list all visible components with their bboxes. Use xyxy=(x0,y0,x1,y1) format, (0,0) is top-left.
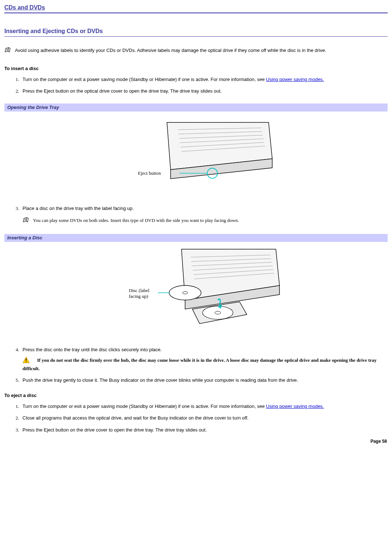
step-text: Press the disc onto the tray until the d… xyxy=(23,347,162,352)
step-text: Turn on the computer or exit a power sav… xyxy=(23,77,266,82)
chapter-title: CDs and DVDs xyxy=(4,4,388,13)
insert-step-5: Push the drive tray gently to close it. … xyxy=(20,377,388,384)
insert-heading: To insert a disc xyxy=(4,65,388,72)
eject-heading: To eject a disc xyxy=(4,392,388,399)
figure-caption-2: Inserting a Disc xyxy=(4,234,388,242)
eject-step-1: Turn on the computer or exit a power sav… xyxy=(20,403,388,410)
figure2-callout-line1: Disc (label xyxy=(129,288,150,293)
figure1-callout-text: Eject button xyxy=(138,170,161,176)
svg-rect-27 xyxy=(26,361,26,362)
insert-step-3: Place a disc on the drive tray with the … xyxy=(20,205,388,225)
insert-step-4: Press the disc onto the tray until the d… xyxy=(20,347,388,372)
svg-point-22 xyxy=(169,285,201,300)
eject-step-3: Press the Eject button on the drive cove… xyxy=(20,427,388,433)
insert-step-1: Turn on the computer or exit a power sav… xyxy=(20,76,388,83)
step4-caution: If you do not seat the disc firmly over … xyxy=(23,357,388,372)
figure2-callout-line2: facing up) xyxy=(129,293,148,299)
power-saving-link[interactable]: Using power saving modes. xyxy=(266,77,324,82)
step-text: Close all programs that access the optic… xyxy=(23,415,249,421)
svg-point-19 xyxy=(203,306,233,319)
step-text: Turn on the computer or exit a power sav… xyxy=(23,404,266,409)
insert-steps-cont2: Press the disc onto the tray until the d… xyxy=(4,347,388,384)
eject-step-2: Close all programs that access the optic… xyxy=(20,415,388,421)
step-text: Push the drive tray gently to close it. … xyxy=(23,377,298,383)
eject-steps: Turn on the computer or exit a power sav… xyxy=(4,403,388,433)
insert-steps: Turn on the computer or exit a power sav… xyxy=(4,76,388,94)
insert-steps-cont: Place a disc on the drive tray with the … xyxy=(4,205,388,225)
figure-caption-1: Opening the Drive Tray xyxy=(4,104,388,112)
laptop-eject-illustration: Eject button xyxy=(116,112,276,195)
intro-note: Avoid using adhesive labels to identify … xyxy=(4,47,388,55)
caution-icon xyxy=(23,357,30,365)
figure-opening-tray: Eject button xyxy=(4,112,388,195)
step3-note-text: You can play some DVDs on both sides. In… xyxy=(33,218,239,223)
intro-note-text: Avoid using adhesive labels to identify … xyxy=(15,48,326,53)
insert-step-2: Press the Eject button on the optical dr… xyxy=(20,88,388,94)
page-number: Page 58 xyxy=(4,438,388,445)
step-text: Press the Eject button on the drive cove… xyxy=(23,427,207,433)
figure-inserting-disc: Disc (label facing up) xyxy=(4,242,388,336)
section-title: Inserting and Ejecting CDs or DVDs xyxy=(4,27,388,36)
note-icon xyxy=(23,217,30,225)
caution-text: If you do not seat the disc firmly over … xyxy=(23,357,377,371)
power-saving-link-2[interactable]: Using power saving modes. xyxy=(266,404,324,409)
svg-rect-26 xyxy=(26,358,26,361)
step-text: Press the Eject button on the optical dr… xyxy=(23,88,222,94)
step3-note: You can play some DVDs on both sides. In… xyxy=(23,217,388,225)
step-text: Place a disc on the drive tray with the … xyxy=(23,206,134,211)
laptop-insert-illustration: Disc (label facing up) xyxy=(109,242,283,336)
note-icon xyxy=(4,47,12,55)
